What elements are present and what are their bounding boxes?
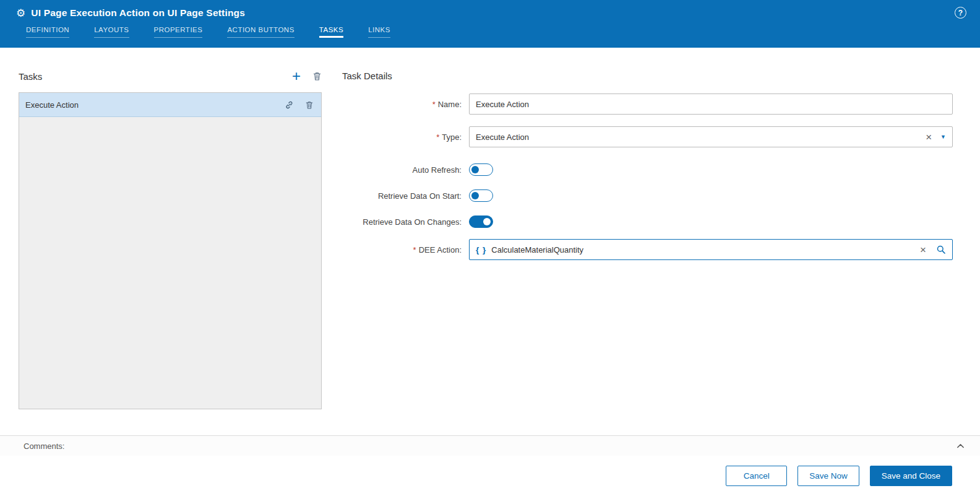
retrieve-data-on-start-label-text: Retrieve Data On Start:	[378, 191, 462, 201]
link-task-button[interactable]	[285, 100, 294, 110]
dee-action-value: CalculateMaterialQuantity	[491, 245, 916, 255]
tasks-panel: Tasks + Execute Action	[19, 68, 322, 435]
tab-links[interactable]: LINKS	[368, 26, 390, 38]
type-field-row: *Type: Execute Action × ▼	[342, 126, 953, 147]
tasks-panel-header: Tasks +	[19, 68, 322, 84]
tab-bar: DEFINITION LAYOUTS PROPERTIES ACTION BUT…	[0, 26, 980, 48]
title-row: ⚙ UI Page Execution Action on UI Page Se…	[0, 0, 980, 26]
dee-action-label: *DEE Action:	[342, 245, 469, 255]
retrieve-data-on-changes-label-text: Retrieve Data On Changes:	[363, 217, 462, 227]
comments-bar[interactable]: Comments:	[0, 435, 980, 456]
retrieve-data-on-changes-row: Retrieve Data On Changes:	[342, 211, 953, 232]
dee-action-search-button[interactable]	[936, 245, 946, 255]
retrieve-data-on-changes-toggle[interactable]	[469, 215, 493, 228]
retrieve-data-on-start-label: Retrieve Data On Start:	[342, 191, 469, 201]
type-dropdown[interactable]: Execute Action × ▼	[469, 126, 953, 147]
tab-action-buttons[interactable]: ACTION BUTTONS	[227, 26, 294, 38]
trash-icon	[312, 71, 322, 81]
dee-action-row: *DEE Action: { } CalculateMaterialQuanti…	[342, 239, 953, 260]
tasks-panel-title: Tasks	[19, 71, 292, 82]
tab-tasks[interactable]: TASKS	[319, 26, 343, 38]
auto-refresh-row: Auto Refresh:	[342, 159, 953, 180]
gear-icon: ⚙	[16, 8, 25, 19]
app-window: ⚙ UI Page Execution Action on UI Page Se…	[0, 0, 980, 496]
auto-refresh-toggle[interactable]	[469, 163, 493, 176]
type-label: *Type:	[342, 133, 469, 142]
name-label: *Name:	[342, 100, 469, 109]
tab-layouts[interactable]: LAYOUTS	[94, 26, 129, 38]
dee-action-field[interactable]: { } CalculateMaterialQuantity ×	[469, 239, 953, 260]
name-input[interactable]	[469, 94, 953, 115]
required-marker: *	[413, 245, 416, 255]
trash-icon	[305, 100, 314, 110]
retrieve-data-on-start-row: Retrieve Data On Start:	[342, 185, 953, 206]
required-marker: *	[436, 133, 439, 142]
toggle-knob	[471, 192, 479, 199]
retrieve-data-on-changes-label: Retrieve Data On Changes:	[342, 217, 469, 227]
task-list: Execute Action	[19, 92, 322, 409]
clear-type-icon[interactable]: ×	[926, 132, 932, 142]
page-title: UI Page Execution Action on UI Page Sett…	[31, 7, 245, 19]
task-details-title: Task Details	[342, 68, 953, 84]
toggle-knob	[471, 166, 479, 173]
add-task-button[interactable]: +	[292, 70, 301, 82]
chevron-down-icon[interactable]: ▼	[940, 134, 946, 140]
save-now-button[interactable]: Save Now	[797, 466, 859, 486]
link-icon	[285, 100, 294, 110]
main-content: Tasks + Execute Action	[0, 48, 980, 435]
type-label-text: Type:	[442, 133, 462, 142]
auto-refresh-label-text: Auto Refresh:	[413, 165, 462, 175]
auto-refresh-label: Auto Refresh:	[342, 165, 469, 175]
header: ⚙ UI Page Execution Action on UI Page Se…	[0, 0, 980, 48]
collapse-comments-button[interactable]	[956, 442, 965, 451]
toggle-knob	[483, 218, 491, 225]
type-dropdown-value: Execute Action	[476, 133, 922, 142]
comments-label: Comments:	[24, 442, 956, 451]
name-label-text: Name:	[438, 100, 462, 109]
help-icon[interactable]: ?	[955, 7, 966, 19]
task-list-item[interactable]: Execute Action	[19, 93, 321, 117]
dee-action-label-text: DEE Action:	[419, 245, 462, 255]
retrieve-data-on-start-toggle[interactable]	[469, 189, 493, 202]
search-icon	[936, 245, 946, 255]
braces-icon: { }	[476, 245, 486, 255]
task-details-panel: Task Details *Name: *Type: Execute Actio…	[322, 68, 953, 435]
required-marker: *	[432, 100, 436, 109]
tab-definition[interactable]: DEFINITION	[26, 26, 69, 38]
tab-properties[interactable]: PROPERTIES	[154, 26, 203, 38]
delete-task-button[interactable]	[312, 71, 322, 81]
chevron-up-icon	[956, 442, 965, 451]
task-item-label: Execute Action	[25, 100, 273, 110]
save-and-close-button[interactable]: Save and Close	[870, 466, 952, 486]
cancel-button[interactable]: Cancel	[726, 466, 787, 486]
clear-dee-action-icon[interactable]: ×	[920, 245, 926, 255]
delete-task-row-button[interactable]	[305, 100, 314, 110]
name-field-row: *Name:	[342, 94, 953, 115]
footer-actions: Cancel Save Now Save and Close	[0, 456, 980, 496]
